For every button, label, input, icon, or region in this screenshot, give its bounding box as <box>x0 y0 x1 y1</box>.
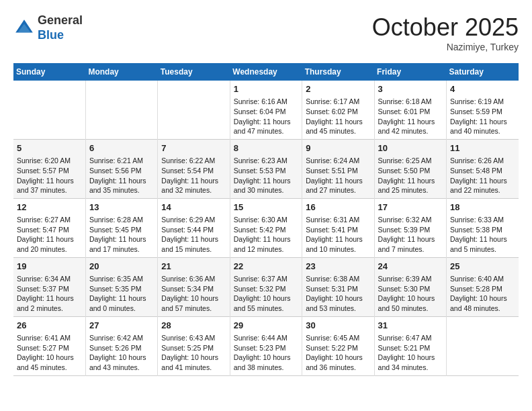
cell-text: Sunrise: 6:42 AM <box>89 333 154 343</box>
cell-text: Sunset: 5:21 PM <box>378 343 443 353</box>
day-number: 24 <box>378 261 443 273</box>
cell-text: and 35 minutes. <box>89 185 154 195</box>
calendar-cell: 17Sunrise: 6:32 AMSunset: 5:39 PMDayligh… <box>374 198 446 257</box>
cell-text: Sunrise: 6:16 AM <box>234 97 298 107</box>
day-number: 9 <box>306 142 370 154</box>
cell-text: Sunrise: 6:32 AM <box>378 215 443 225</box>
day-header-sunday: Sunday <box>13 63 85 81</box>
cell-text: Sunset: 5:51 PM <box>306 166 370 176</box>
cell-text: Sunrise: 6:23 AM <box>234 156 298 166</box>
cell-text: Sunrise: 6:34 AM <box>17 274 82 284</box>
cell-text: Sunrise: 6:17 AM <box>306 97 370 107</box>
location-subtitle: Nazimiye, Turkey <box>372 42 519 52</box>
cell-text: Sunrise: 6:20 AM <box>17 156 82 166</box>
calendar-cell: 7Sunrise: 6:22 AMSunset: 5:54 PMDaylight… <box>158 139 230 198</box>
cell-text: Sunrise: 6:31 AM <box>306 215 370 225</box>
calendar-cell: 27Sunrise: 6:42 AMSunset: 5:26 PMDayligh… <box>85 316 157 375</box>
calendar-week-row: 12Sunrise: 6:27 AMSunset: 5:47 PMDayligh… <box>13 198 519 257</box>
calendar-cell: 12Sunrise: 6:27 AMSunset: 5:47 PMDayligh… <box>13 198 85 257</box>
cell-text: Sunset: 5:31 PM <box>306 284 370 294</box>
cell-text: and 48 minutes. <box>450 304 515 314</box>
cell-text: and 30 minutes. <box>234 185 298 195</box>
cell-text: Sunrise: 6:44 AM <box>234 333 298 343</box>
day-number: 12 <box>17 201 82 214</box>
calendar-cell <box>447 316 519 375</box>
cell-text: Sunset: 5:26 PM <box>89 343 154 353</box>
cell-text: and 47 minutes. <box>234 126 298 136</box>
calendar-cell: 24Sunrise: 6:39 AMSunset: 5:30 PMDayligh… <box>374 257 446 316</box>
cell-text: Daylight: 11 hours <box>89 293 154 304</box>
day-number: 4 <box>450 83 515 95</box>
day-header-monday: Monday <box>85 63 157 81</box>
cell-text: and 38 minutes. <box>234 363 298 373</box>
cell-text: Daylight: 10 hours <box>234 353 298 363</box>
calendar-cell: 10Sunrise: 6:25 AMSunset: 5:50 PMDayligh… <box>374 139 446 198</box>
calendar-week-row: 5Sunrise: 6:20 AMSunset: 5:57 PMDaylight… <box>13 139 519 198</box>
cell-text: Sunset: 5:34 PM <box>161 284 226 294</box>
logo: General Blue <box>13 13 83 42</box>
calendar-cell: 19Sunrise: 6:34 AMSunset: 5:37 PMDayligh… <box>13 257 85 316</box>
calendar-cell: 26Sunrise: 6:41 AMSunset: 5:27 PMDayligh… <box>13 316 85 375</box>
cell-text: Daylight: 11 hours <box>450 176 515 186</box>
cell-text: Daylight: 11 hours <box>89 176 154 186</box>
cell-text: Daylight: 11 hours <box>234 117 298 127</box>
cell-text: Sunrise: 6:27 AM <box>17 215 82 225</box>
cell-text: Daylight: 11 hours <box>161 176 226 186</box>
day-number: 7 <box>161 142 226 154</box>
calendar-cell <box>13 81 85 139</box>
page-header: General Blue October 2025 Nazimiye, Turk… <box>13 13 519 52</box>
cell-text: Sunrise: 6:25 AM <box>378 156 443 166</box>
cell-text: and 20 minutes. <box>17 244 82 255</box>
day-header-friday: Friday <box>374 63 446 81</box>
cell-text: Sunset: 5:35 PM <box>89 284 154 294</box>
day-number: 20 <box>89 261 154 273</box>
cell-text: and 43 minutes. <box>89 363 154 373</box>
cell-text: Daylight: 10 hours <box>89 353 154 363</box>
day-number: 31 <box>378 320 443 332</box>
calendar-header-row: SundayMondayTuesdayWednesdayThursdayFrid… <box>13 63 519 81</box>
calendar-cell: 1Sunrise: 6:16 AMSunset: 6:04 PMDaylight… <box>230 81 302 139</box>
day-number: 27 <box>89 320 154 332</box>
day-number: 11 <box>450 142 515 154</box>
cell-text: Daylight: 11 hours <box>89 234 154 244</box>
day-number: 13 <box>89 201 154 214</box>
cell-text: Sunset: 6:01 PM <box>378 107 443 117</box>
calendar-cell: 5Sunrise: 6:20 AMSunset: 5:57 PMDaylight… <box>13 139 85 198</box>
calendar-table: SundayMondayTuesdayWednesdayThursdayFrid… <box>13 63 519 376</box>
cell-text: Daylight: 11 hours <box>161 234 226 244</box>
calendar-cell: 15Sunrise: 6:30 AMSunset: 5:42 PMDayligh… <box>230 198 302 257</box>
month-title: October 2025 <box>372 13 519 42</box>
cell-text: Sunset: 5:41 PM <box>306 225 370 235</box>
cell-text: and 42 minutes. <box>378 126 443 136</box>
calendar-cell: 14Sunrise: 6:29 AMSunset: 5:44 PMDayligh… <box>158 198 230 257</box>
cell-text: Sunrise: 6:37 AM <box>234 274 298 284</box>
cell-text: Sunrise: 6:33 AM <box>450 215 515 225</box>
cell-text: Daylight: 11 hours <box>378 176 443 186</box>
cell-text: Sunset: 5:37 PM <box>17 284 82 294</box>
cell-text: Daylight: 11 hours <box>234 234 298 244</box>
cell-text: Daylight: 10 hours <box>161 293 226 304</box>
cell-text: Sunrise: 6:36 AM <box>161 274 226 284</box>
cell-text: Sunrise: 6:35 AM <box>89 274 154 284</box>
cell-text: Sunset: 5:57 PM <box>17 166 82 176</box>
day-number: 23 <box>306 261 370 273</box>
calendar-week-row: 1Sunrise: 6:16 AMSunset: 6:04 PMDaylight… <box>13 81 519 139</box>
cell-text: and 55 minutes. <box>234 304 298 314</box>
cell-text: Sunset: 5:30 PM <box>378 284 443 294</box>
day-number: 5 <box>17 142 82 154</box>
cell-text: Daylight: 11 hours <box>306 117 370 127</box>
cell-text: Daylight: 11 hours <box>378 234 443 244</box>
cell-text: Sunrise: 6:18 AM <box>378 97 443 107</box>
day-number: 18 <box>450 201 515 214</box>
day-number: 15 <box>234 201 298 214</box>
cell-text: Sunset: 5:32 PM <box>234 284 298 294</box>
calendar-cell: 13Sunrise: 6:28 AMSunset: 5:45 PMDayligh… <box>85 198 157 257</box>
cell-text: and 2 minutes. <box>17 304 82 314</box>
calendar-cell: 22Sunrise: 6:37 AMSunset: 5:32 PMDayligh… <box>230 257 302 316</box>
cell-text: and 25 minutes. <box>378 185 443 195</box>
cell-text: and 0 minutes. <box>89 304 154 314</box>
cell-text: Sunset: 5:27 PM <box>17 343 82 353</box>
calendar-cell: 25Sunrise: 6:40 AMSunset: 5:28 PMDayligh… <box>447 257 519 316</box>
calendar-cell: 16Sunrise: 6:31 AMSunset: 5:41 PMDayligh… <box>302 198 374 257</box>
cell-text: and 15 minutes. <box>161 244 226 255</box>
